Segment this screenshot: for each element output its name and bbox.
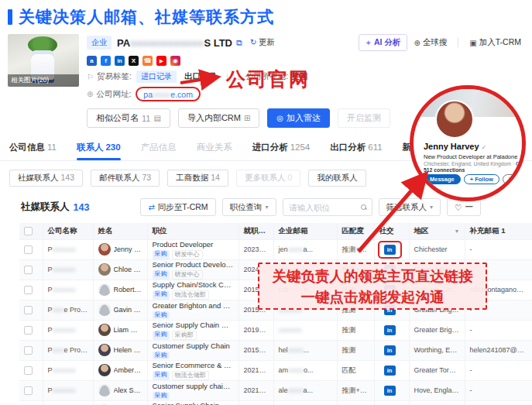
contact-name[interactable]: Helen Johnstone [114, 346, 142, 354]
table-row: PooooooJenny HarveyProduct Developer采购研发… [19, 239, 532, 259]
dot-separator: · [513, 161, 514, 166]
join-radar-button[interactable]: ◎加入雷达 [267, 108, 330, 128]
row-checkbox[interactable] [24, 326, 33, 335]
contact-name-wrap: Amber Whitty [98, 364, 142, 376]
contact-name[interactable]: Amber Whitty [114, 366, 142, 374]
tab-contacts[interactable]: 联系人230 [77, 137, 121, 160]
refresh-button[interactable]: ↻更新 [250, 37, 275, 48]
similar-company-count: 11 [142, 114, 150, 123]
extra-email-cell: - [465, 360, 532, 380]
tab-label: 公司信息 [9, 142, 45, 152]
row-checkbox[interactable] [24, 266, 33, 274]
social-cell: in [374, 400, 409, 405]
tab-business-relations[interactable]: 商业关系 [197, 137, 232, 160]
linkedin-icon[interactable]: in [384, 345, 396, 355]
row-checkbox-cell [19, 259, 43, 280]
extra-email-cell: - [465, 400, 532, 405]
company-blurred: oooooo [53, 286, 76, 293]
trade-tag-icon: ⚐ [87, 73, 94, 81]
company-visible: P [48, 366, 53, 374]
contact-name[interactable]: Jenny Harvey [114, 245, 142, 253]
export-record-tag[interactable]: 出口记录 [184, 71, 217, 82]
position-title: Greater Brighton and Hove Area [153, 301, 234, 311]
chip-my-contacts[interactable]: 我的联系人 [308, 170, 366, 187]
linkedin-cell-wrap: in [379, 323, 400, 338]
position-title: Senior Supply Chain Coordinator [153, 321, 234, 330]
website-annotation-text: 公司官网 [226, 67, 310, 92]
linkedin-cell-wrap: in [379, 343, 400, 358]
hire-date-cell: 2015-03 [239, 340, 273, 360]
linkedin-icon[interactable]: in [384, 325, 396, 335]
select-all-checkbox[interactable] [24, 227, 33, 235]
name-cell-td: Gavin Meeks [93, 300, 147, 320]
position-title: Product Developer [153, 240, 234, 249]
column-header-0: 公司名称 [43, 223, 93, 239]
search-icon[interactable] [361, 204, 367, 211]
website-icon[interactable]: a [87, 56, 97, 66]
contact-name[interactable]: Robert Monta... [114, 286, 142, 293]
row-checkbox[interactable] [24, 286, 33, 294]
contact-name[interactable]: Chloe Jones [114, 266, 142, 273]
row-checkbox-cell [19, 280, 43, 300]
linkedin-icon[interactable]: in [115, 56, 125, 66]
linkedin-avatar [435, 100, 474, 139]
position-tags: 采购采购部 [153, 331, 234, 340]
company-suffix: e Produc... [64, 306, 93, 314]
website-link[interactable]: paooooe.com [136, 87, 201, 101]
row-checkbox[interactable] [24, 346, 33, 355]
linkedin-icon[interactable]: in [384, 366, 396, 376]
row-checkbox[interactable] [24, 366, 33, 375]
filter-contacts-dropdown[interactable]: 筛选联系人▾ [379, 198, 441, 216]
global-search-button[interactable]: ⊕全球搜 [407, 35, 453, 50]
section-header-row: 社媒联系人 143 ⇄同步至T-CRM 职位查询▾ 筛选联系人▾ ♡一 [21, 198, 481, 216]
ai-analysis-button[interactable]: ✦AI 分析 [359, 34, 408, 51]
company-blurred: oooooo [53, 266, 76, 273]
position-search-box [283, 198, 372, 216]
linkedin-icon[interactable]: in [384, 245, 396, 255]
import-crm-button[interactable]: 导入内部CRM⊞ [178, 108, 259, 128]
position-query-dropdown[interactable]: 职位查询▾ [222, 198, 276, 216]
contact-name[interactable]: Liam Gent [114, 326, 142, 334]
row-checkbox[interactable] [24, 245, 33, 254]
column-header-6: 社交 [374, 223, 409, 239]
join-tcrm-button[interactable]: ▣加入T-CRM [463, 35, 527, 50]
tab-label: 进口分析 [252, 142, 288, 152]
position-search-input[interactable] [288, 202, 361, 213]
linkedin-icon[interactable]: in [384, 386, 396, 396]
header-checkbox-cell [19, 223, 43, 239]
company-image[interactable]: 相关图片(20) [8, 34, 79, 87]
avatar [98, 364, 111, 376]
email-cell: aleooooa... [273, 380, 337, 400]
sync-tcrm-button[interactable]: ⇄同步至T-CRM [140, 198, 215, 216]
row-checkbox[interactable] [24, 386, 33, 395]
chip-social-contacts[interactable]: 社媒联系人143 [9, 170, 83, 187]
copy-icon[interactable]: ⧉ [236, 38, 242, 48]
contact-name[interactable]: Gavin Meeks [114, 306, 142, 314]
email-blurred: oooo [288, 386, 304, 394]
message-button[interactable]: Message [424, 174, 461, 184]
avatar [98, 304, 111, 316]
tab-company-info[interactable]: 公司信息11 [9, 137, 57, 160]
x-twitter-icon[interactable]: X [129, 56, 139, 66]
filter-icon[interactable]: ▼ [455, 228, 460, 234]
row-checkbox[interactable] [24, 306, 33, 314]
contact-info-link[interactable]: Contact info [516, 161, 526, 166]
contact-name-wrap: Liam Gent [98, 324, 142, 336]
contact-name[interactable]: Alex Styles [114, 386, 142, 394]
similar-company-button[interactable]: 相似公司名11▤ [87, 108, 170, 128]
tab-product-info[interactable]: 产品信息 [141, 137, 177, 160]
chip-email-contacts[interactable]: 邮件联系人73 [91, 170, 160, 187]
tab-export-analysis[interactable]: 出口分析611 [330, 137, 382, 160]
chip-business-registry[interactable]: 工商数据14 [167, 170, 228, 187]
follow-button[interactable]: + Follow [464, 174, 499, 184]
position-cell: Senior Ecommerce & Supply Cha...采购物流仓储部 [147, 360, 239, 380]
join-radar-label: 加入雷达 [287, 112, 321, 124]
phone-icon[interactable]: ☎ [142, 56, 153, 66]
import-record-tag[interactable]: 进口记录 [136, 70, 177, 83]
facebook-icon[interactable]: f [101, 56, 111, 66]
tab-import-analysis[interactable]: 进口分析1254 [252, 137, 311, 160]
column-header-1: 姓名 [93, 223, 147, 239]
instagram-icon[interactable]: ◉ [170, 56, 180, 66]
youtube-icon[interactable]: ▶ [156, 56, 166, 66]
tab-count: 611 [368, 142, 382, 152]
